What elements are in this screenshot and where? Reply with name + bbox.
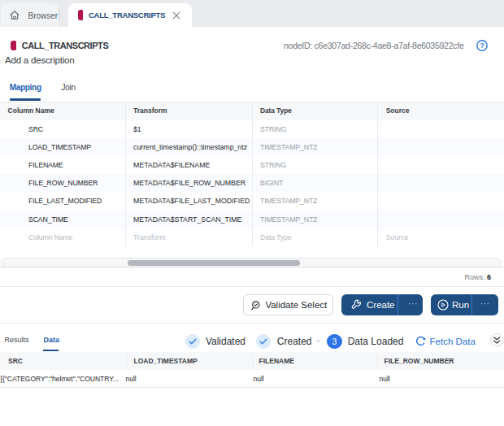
svg-text:?: ? <box>480 41 484 50</box>
